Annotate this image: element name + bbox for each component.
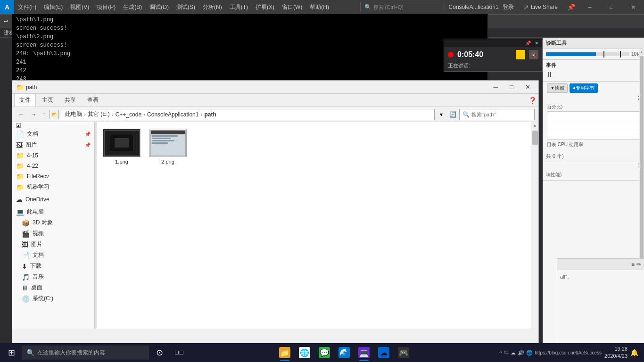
search-box[interactable]: 🔍 bbox=[459, 109, 535, 120]
ribbon-tab-home[interactable]: 主页 bbox=[37, 94, 58, 107]
close-button[interactable]: ✕ bbox=[622, 0, 644, 14]
content-scrollbar[interactable]: ▲ bbox=[531, 122, 538, 329]
file-name-1: 1.png bbox=[115, 159, 128, 165]
private-bytes-button[interactable]: ●专用字节 bbox=[570, 83, 598, 93]
sidebar-item-sysdrive[interactable]: 💿 系统(C:) bbox=[12, 293, 94, 304]
sidebar-item-3d[interactable]: 📦 3D 对象 bbox=[12, 217, 94, 228]
taskbar-wechat[interactable]: 💬 bbox=[315, 343, 334, 362]
explorer-close[interactable]: ✕ bbox=[520, 81, 535, 94]
breadcrumb-drive[interactable]: 其它 (E:) bbox=[88, 110, 110, 118]
nav-forward[interactable]: → bbox=[28, 110, 39, 119]
sidebar-item-ml[interactable]: 📁 机器学习 bbox=[12, 181, 94, 192]
explorer-maximize[interactable]: □ bbox=[504, 81, 519, 94]
maximize-button[interactable]: □ bbox=[601, 0, 622, 14]
menu-build[interactable]: 生成(B) bbox=[119, 0, 146, 14]
recording-close[interactable]: ✕ bbox=[533, 40, 540, 47]
sidebar-scroll-up[interactable]: ▲ bbox=[16, 123, 21, 128]
start-button[interactable]: ⊞ bbox=[2, 343, 21, 362]
breadcrumb-app[interactable]: ConsoleApplication1 bbox=[147, 111, 198, 118]
sidebar-item-label: 此电脑 bbox=[27, 208, 44, 216]
menu-help[interactable]: 帮助(H) bbox=[306, 0, 333, 14]
breadcrumb-thispc[interactable]: 此电脑 bbox=[65, 110, 82, 118]
desktop-icon: 🖥 bbox=[22, 284, 28, 292]
recording-time: 0:05:40 bbox=[457, 50, 512, 59]
pin-indicator: 📌 bbox=[85, 142, 91, 148]
bottom-right-header: ≡ ✏ bbox=[557, 259, 644, 270]
ribbon-tab-file[interactable]: 文件 bbox=[14, 94, 36, 107]
sidebar-item-onedrive[interactable]: ☁ OneDrive bbox=[12, 194, 94, 205]
scrollbar-up[interactable]: ▲ bbox=[532, 122, 538, 129]
recording-pin[interactable]: 📌 bbox=[524, 40, 532, 47]
menu-edit[interactable]: 编辑(E) bbox=[40, 0, 66, 14]
menu-tools[interactable]: 工具(T) bbox=[226, 0, 252, 14]
sidebar-item-4-22[interactable]: 📁 4-22 bbox=[12, 161, 94, 171]
menu-debug[interactable]: 调试(D) bbox=[146, 0, 173, 14]
timeline-track bbox=[546, 52, 629, 56]
bottom-right-edit-icon[interactable]: ✏ bbox=[636, 261, 641, 268]
undo-button[interactable]: ↩ bbox=[2, 17, 10, 25]
taskbar-search-icon: 🔍 bbox=[26, 349, 34, 356]
menu-analyze[interactable]: 分析(N) bbox=[199, 0, 226, 14]
taskbar-chrome[interactable]: 🌐 bbox=[295, 343, 314, 362]
taskbar-vs[interactable]: 💻 bbox=[355, 343, 373, 362]
sidebar-item-desktop[interactable]: 🖥 桌面 bbox=[12, 282, 94, 293]
bottom-right-format-icon[interactable]: ≡ bbox=[631, 261, 635, 268]
events-pause-button[interactable]: ⏸ bbox=[546, 71, 553, 79]
folder-filerecv-icon: 📁 bbox=[16, 173, 24, 180]
explorer-sidebar: ▲ 📄 文档 📌 🖼 图片 📌 📁 4-15 📁 4-22 📁 bbox=[12, 122, 95, 329]
breadcrumb-cppcode[interactable]: C++_code bbox=[116, 111, 141, 118]
breadcrumb-path[interactable]: path bbox=[204, 111, 216, 118]
sidebar-item-filerecv[interactable]: 📁 FileRecv bbox=[12, 171, 94, 181]
address-box[interactable]: 此电脑 › 其它 (E:) › C++_code › ConsoleApplic… bbox=[61, 109, 435, 120]
sidebar-item-images[interactable]: 🖼 图片 bbox=[12, 239, 94, 250]
taskbar-app6[interactable]: ☁ bbox=[374, 343, 393, 362]
menu-extensions[interactable]: 扩展(X) bbox=[252, 0, 278, 14]
menu-view[interactable]: 视图(V) bbox=[66, 0, 93, 14]
sidebar-item-documents[interactable]: 📄 文档 📌 bbox=[12, 129, 94, 140]
explorer-minimize[interactable]: ─ bbox=[488, 81, 503, 94]
recording-mute-button[interactable]: 🔇 bbox=[529, 50, 538, 59]
taskbar-explorer[interactable]: 📁 bbox=[275, 343, 294, 362]
scrollbar-thumb-content[interactable] bbox=[532, 131, 538, 145]
sidebar-item-downloads[interactable]: ⬇ 下载 bbox=[12, 261, 94, 272]
nav-back[interactable]: ← bbox=[16, 110, 26, 119]
taskbar-app7[interactable]: 🎮 bbox=[394, 343, 413, 362]
tray-expand[interactable]: ^ bbox=[499, 350, 502, 355]
task-view-button[interactable] bbox=[170, 343, 189, 362]
menu-project[interactable]: 项目(P) bbox=[93, 0, 119, 14]
explorer-help-icon[interactable]: ❓ bbox=[528, 97, 537, 104]
sidebar-item-4-15[interactable]: 📁 4-15 bbox=[12, 150, 94, 161]
address-dropdown[interactable]: ▾ bbox=[437, 111, 446, 118]
blog-link[interactable]: https://blog.csdn.net/AcSuccess bbox=[535, 350, 602, 355]
sidebar-item-video[interactable]: 🎬 视频 bbox=[12, 228, 94, 239]
ribbon-tab-share[interactable]: 共享 bbox=[59, 94, 81, 107]
minimize-button[interactable]: ─ bbox=[579, 0, 601, 14]
menu-file[interactable]: 文件(F) bbox=[14, 0, 40, 14]
snapshot-button[interactable]: ▼快照 bbox=[547, 83, 568, 93]
network-icon[interactable]: 🌐 bbox=[526, 350, 533, 356]
location-icon: 📂 bbox=[50, 110, 59, 119]
user-login[interactable]: 登录 bbox=[503, 3, 514, 11]
cortana-button[interactable]: ⊙ bbox=[150, 343, 169, 362]
sidebar-item-music[interactable]: 🎵 音乐 bbox=[12, 272, 94, 282]
scrollbar-up-arrow[interactable]: ▲ bbox=[639, 49, 644, 55]
menu-test[interactable]: 测试(S) bbox=[173, 0, 199, 14]
menu-window[interactable]: 窗口(W) bbox=[278, 0, 306, 14]
liveshare-button[interactable]: ↗ Live Share bbox=[518, 3, 563, 11]
ribbon-tab-view[interactable]: 查看 bbox=[82, 94, 104, 107]
diagnostics-title: 诊断工具 bbox=[543, 38, 644, 49]
search-input[interactable] bbox=[471, 112, 531, 117]
nav-up[interactable]: ↑ bbox=[41, 110, 48, 119]
notification-icon[interactable]: 🔔 bbox=[630, 349, 638, 356]
refresh-button[interactable]: 🔄 bbox=[448, 111, 457, 118]
sidebar-item-thispc[interactable]: 💻 此电脑 bbox=[12, 206, 94, 217]
recording-stop-button[interactable] bbox=[516, 50, 525, 59]
speaker-icon[interactable]: 🔊 bbox=[518, 350, 524, 356]
file-item-2[interactable]: 2.png bbox=[147, 126, 189, 167]
taskbar-search[interactable]: 🔍 在这里输入你要搜索的内容 bbox=[22, 346, 149, 360]
console-line-5: 240: \path\3.png bbox=[16, 49, 484, 58]
file-item-1[interactable]: 1.png bbox=[100, 126, 143, 167]
sidebar-item-docs[interactable]: 📄 文档 bbox=[12, 250, 94, 261]
taskbar-edge[interactable]: 🌊 bbox=[335, 343, 354, 362]
sidebar-item-pictures[interactable]: 🖼 图片 📌 bbox=[12, 140, 94, 150]
